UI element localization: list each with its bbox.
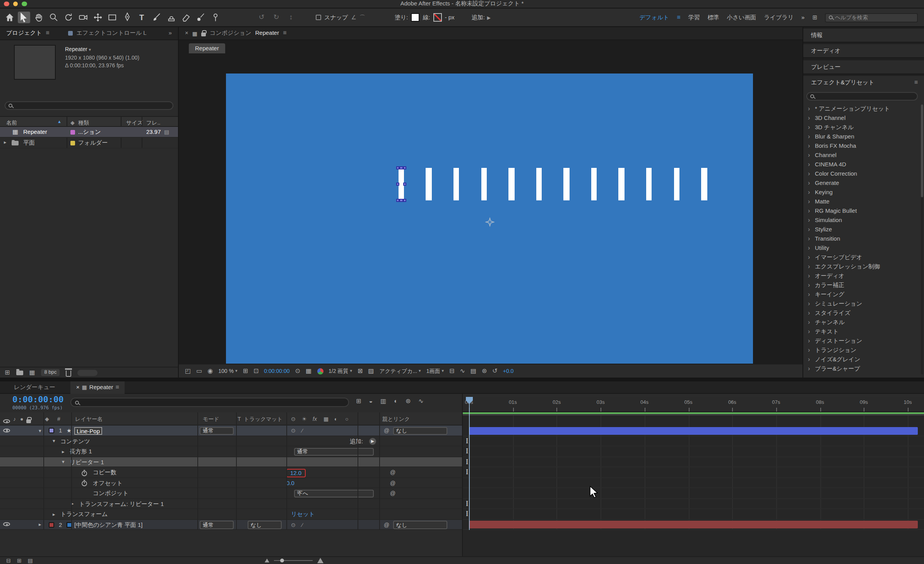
effect-category-item[interactable]: ›スタイライズ bbox=[803, 309, 919, 318]
view-layout-dropdown[interactable]: 1画面▾ bbox=[426, 368, 444, 374]
panel-audio[interactable]: オーディオ bbox=[803, 44, 924, 58]
stopwatch-icon[interactable] bbox=[81, 480, 87, 488]
property-value[interactable]: 0.0 bbox=[286, 480, 294, 486]
eraser-tool-icon[interactable] bbox=[180, 12, 192, 23]
exposure-value[interactable]: +0.0 bbox=[503, 368, 514, 374]
expander-icon[interactable]: ▾ bbox=[39, 428, 41, 433]
label-color-swatch[interactable] bbox=[49, 522, 54, 527]
column-mode[interactable]: モード bbox=[203, 416, 219, 422]
rotate-tool-icon[interactable] bbox=[62, 12, 74, 23]
selection-handle[interactable] bbox=[400, 198, 403, 202]
monitor-icon[interactable]: ▭ bbox=[196, 368, 202, 374]
puppet-pin-tool-icon[interactable] bbox=[209, 12, 221, 23]
tab-comp-name[interactable]: Repeater bbox=[255, 31, 279, 36]
roto-brush-tool-icon[interactable] bbox=[194, 12, 207, 23]
project-columns-header[interactable]: 名前 ▲ ◆ 種類 サイズ フレ.. bbox=[0, 116, 178, 127]
snap-angle-icon[interactable]: ∠ bbox=[351, 15, 356, 21]
effect-category-item[interactable]: ›Simulation bbox=[803, 216, 919, 225]
timeline-track-row[interactable]: I bbox=[463, 457, 924, 467]
workspace-overflow[interactable]: » bbox=[801, 15, 804, 21]
tab-effect-controls[interactable]: エフェクトコントロール L bbox=[76, 31, 146, 36]
add-button[interactable]: ▶ bbox=[369, 438, 376, 444]
chevron-right-icon[interactable]: › bbox=[808, 245, 813, 251]
chevron-right-icon[interactable]: › bbox=[808, 152, 813, 159]
zoom-out-icon[interactable] bbox=[265, 559, 270, 562]
timeline-track-row[interactable]: I bbox=[463, 467, 924, 478]
selection-handle[interactable] bbox=[403, 166, 407, 169]
chevron-right-icon[interactable]: › bbox=[808, 208, 813, 214]
layer-name[interactable]: [中間色のシアン青 平面 1] bbox=[74, 522, 142, 528]
expander-icon[interactable]: ▸ bbox=[4, 140, 7, 145]
dolly-tool-icon[interactable]: ↕ bbox=[285, 12, 297, 23]
chevron-right-icon[interactable]: › bbox=[808, 264, 813, 270]
property-row[interactable]: ▸トランスフォームリセット bbox=[0, 509, 463, 520]
brainstorm-icon[interactable]: ⊛ bbox=[406, 398, 411, 405]
effect-category-item[interactable]: ›ディストーション bbox=[803, 337, 919, 346]
layer-duration-bar[interactable] bbox=[469, 521, 918, 528]
timeline-track-row[interactable] bbox=[463, 520, 924, 530]
roi-icon[interactable]: ⊡ bbox=[253, 368, 258, 374]
chevron-right-icon[interactable]: › bbox=[808, 227, 813, 233]
effect-category-item[interactable]: ›Transition bbox=[803, 234, 919, 244]
timeline-track-row[interactable] bbox=[463, 488, 924, 499]
show-snapshot-icon[interactable]: ▦ bbox=[306, 368, 311, 374]
effect-category-item[interactable]: ›イマーシブビデオ bbox=[803, 253, 919, 262]
share-panel-icon[interactable]: ⊞ bbox=[812, 15, 817, 21]
switch-icon[interactable]: ∕ bbox=[302, 522, 303, 527]
project-item-row[interactable]: ▦Repeater...ション23.97▤ bbox=[0, 127, 178, 138]
flowchart-icon[interactable]: ⊞ bbox=[356, 398, 361, 405]
add-flyout-icon[interactable]: ▶ bbox=[487, 15, 491, 20]
close-tab-icon[interactable]: × bbox=[76, 385, 80, 390]
new-composition-icon[interactable]: ▦ bbox=[29, 369, 35, 376]
lock-icon[interactable] bbox=[201, 33, 206, 36]
property-dropdown[interactable]: 下へ▾ bbox=[294, 489, 374, 497]
chevron-right-icon[interactable]: › bbox=[808, 366, 813, 372]
interpret-footage-icon[interactable]: ⊞ bbox=[5, 369, 10, 376]
selection-handle[interactable] bbox=[396, 198, 400, 202]
repeated-shape-bar[interactable] bbox=[508, 168, 514, 200]
timeline-search[interactable] bbox=[70, 398, 349, 407]
switch-icon[interactable]: ∕ bbox=[302, 428, 303, 433]
repeated-shape-bar[interactable] bbox=[646, 168, 652, 200]
target-icon[interactable]: ⊠ bbox=[358, 368, 363, 374]
effect-category-item[interactable]: ›Blur & Sharpen bbox=[803, 132, 919, 142]
effect-category-item[interactable]: ›Keying bbox=[803, 188, 919, 197]
effect-category-item[interactable]: ›Stylize bbox=[803, 225, 919, 234]
label-color-swatch[interactable] bbox=[70, 130, 75, 135]
property-value[interactable]: 12.0 bbox=[286, 468, 305, 477]
stroke-swatch[interactable] bbox=[433, 13, 442, 22]
frame-blend-icon[interactable]: ▥ bbox=[380, 398, 386, 405]
snapshot-icon[interactable]: ⊙ bbox=[295, 368, 300, 374]
repeated-shape-bar[interactable] bbox=[536, 168, 542, 200]
column-frames[interactable]: フレ.. bbox=[146, 120, 160, 125]
clone-stamp-tool-icon[interactable] bbox=[165, 12, 177, 23]
repeated-shape-bar[interactable] bbox=[453, 168, 459, 200]
type-tool-icon[interactable]: T bbox=[135, 12, 148, 23]
magnification-dropdown[interactable]: 100 %▾ bbox=[218, 368, 237, 374]
layer-switches-toggle-icon[interactable]: ⊟ bbox=[6, 558, 11, 563]
mask-visibility-icon[interactable]: ◉ bbox=[207, 368, 213, 374]
effect-category-item[interactable]: ›Generate bbox=[803, 179, 919, 188]
layer-name[interactable]: Line-Pop bbox=[74, 427, 102, 435]
pixel-aspect-icon[interactable]: ⊟ bbox=[449, 368, 454, 374]
chevron-right-icon[interactable]: › bbox=[808, 143, 813, 149]
new-folder-icon[interactable] bbox=[16, 370, 23, 375]
group-label[interactable]: コンテンツ bbox=[60, 438, 90, 444]
effect-category-item[interactable]: ›* アニメーションプリセット bbox=[803, 104, 919, 114]
zoom-in-icon[interactable] bbox=[318, 558, 324, 563]
effect-category-item[interactable]: ›CINEMA 4D bbox=[803, 160, 919, 169]
pickwhip-icon[interactable]: @ bbox=[390, 480, 395, 485]
pickwhip-icon[interactable]: @ bbox=[390, 470, 395, 475]
column-name[interactable]: 名前 bbox=[6, 120, 17, 125]
scrollbar[interactable] bbox=[921, 104, 923, 374]
expander-icon[interactable]: ▸ bbox=[62, 449, 65, 454]
expander-icon[interactable]: ▸ bbox=[53, 512, 55, 517]
footer-time-display[interactable]: 0:00:00:00 bbox=[264, 368, 289, 374]
property-row[interactable]: ▸トランスフォーム: リピーター 1 bbox=[0, 499, 463, 509]
selection-handle[interactable] bbox=[403, 198, 407, 202]
show-channel-icon[interactable] bbox=[317, 368, 323, 374]
transfer-controls-toggle-icon[interactable]: ⊞ bbox=[17, 558, 22, 563]
stroke-width-value[interactable]: - px bbox=[445, 15, 455, 21]
layer-row[interactable]: ▾1★Line-Pop通常▾⊙∕@なし▾ bbox=[0, 426, 463, 436]
effect-category-item[interactable]: ›オーディオ bbox=[803, 272, 919, 281]
